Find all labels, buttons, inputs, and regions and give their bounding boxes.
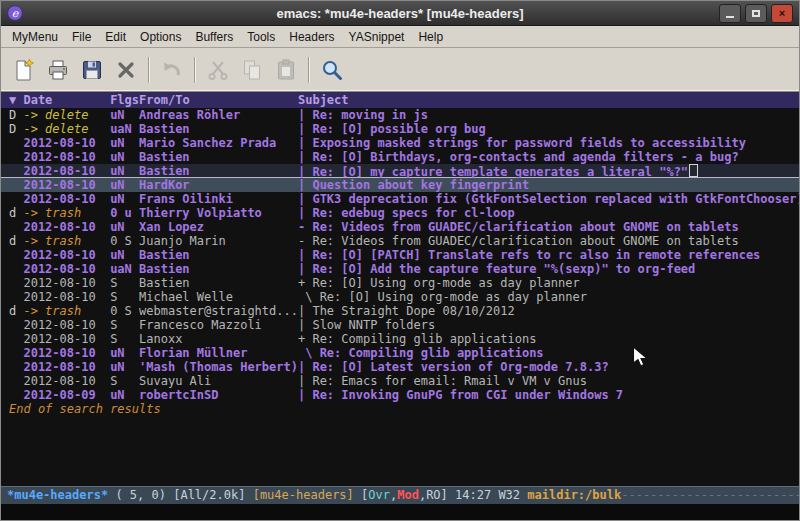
row-from: Mario Sanchez Prada [139, 136, 298, 150]
mark-char: D [9, 108, 23, 122]
header-row[interactable]: 2012-08-10 uN Xan Lopez - Re: Videos fro… [1, 220, 799, 234]
header-row[interactable]: 2012-08-10 S Francesco Mazzoli | Slow NN… [1, 318, 799, 332]
modeline-segment-plain: 14:27 [455, 488, 498, 502]
row-flags: S [110, 374, 139, 388]
menu-item-edit[interactable]: Edit [98, 27, 133, 47]
text-cursor [689, 164, 698, 177]
close-buffer-button[interactable] [109, 54, 143, 86]
mark-char [9, 192, 23, 206]
modeline-segment-plain: ( 5, 0) [108, 488, 173, 502]
row-date: 2012-08-10 [23, 164, 110, 178]
echo-area[interactable] [1, 504, 799, 520]
row-flags: uaN [110, 262, 139, 276]
window-title: emacs: *mu4e-headers* [mu4e-headers] [1, 6, 799, 21]
header-row[interactable]: D -> delete uaN Bastien | Re: [O] possib… [1, 122, 799, 136]
maximize-icon [752, 10, 760, 17]
row-from: Bastien [139, 150, 298, 164]
mark-char [9, 290, 23, 304]
row-date: -> delete [23, 122, 110, 136]
row-date: 2012-08-10 [23, 318, 110, 332]
row-date: 2012-08-10 [23, 192, 110, 206]
minimize-icon [726, 16, 734, 18]
menu-item-file[interactable]: File [65, 27, 98, 47]
header-row[interactable]: 2012-08-10 uN Florian Müllner \ Re: Comp… [1, 346, 799, 360]
maximize-button[interactable] [745, 4, 767, 23]
header-row[interactable]: d -> trash 0 S Juanjo Marin - Re: Videos… [1, 234, 799, 248]
toolbar-separator [194, 57, 196, 83]
modeline-segment-ovr: Ovr [368, 488, 390, 502]
column-header-from[interactable]: From/To [139, 92, 298, 108]
header-row[interactable]: 2012-08-10 uN Bastien | Re: [O] my captu… [1, 164, 799, 178]
header-row[interactable]: 2012-08-10 S Lanoxx + Re: Compiling glib… [1, 332, 799, 346]
minimize-button[interactable] [719, 4, 741, 23]
menu-item-headers[interactable]: Headers [282, 27, 341, 47]
copy-button[interactable] [235, 54, 269, 86]
header-row[interactable]: 2012-08-10 S Michael Welle \ Re: [O] Usi… [1, 290, 799, 304]
row-subject: - Re: Videos from GUADEC/clarification a… [298, 234, 739, 248]
row-flags: uN [110, 388, 139, 402]
row-subject: | Re: Emacs for email: Rmail v VM v Gnus [298, 374, 587, 388]
row-subject: | Exposing masked strings for password f… [298, 136, 746, 150]
header-row[interactable]: 2012-08-10 uN Mario Sanchez Prada | Expo… [1, 136, 799, 150]
column-header-date[interactable]: ▼ Date [9, 92, 110, 108]
row-from: Florian Müllner [139, 346, 298, 360]
row-from: Andreas Röhler [139, 108, 298, 122]
menu-item-options[interactable]: Options [133, 27, 188, 47]
modeline-segment-plain: W32 [498, 488, 527, 502]
row-date: 2012-08-10 [23, 248, 110, 262]
header-row[interactable]: 2012-08-09 uN robertcInSD | Re: Invoking… [1, 388, 799, 402]
row-subject: | Re: [O] Latest version of Org-mode 7.8… [298, 360, 609, 374]
row-flags: S [110, 290, 139, 304]
modeline-segment-plain: [All/2.0k] [173, 488, 252, 502]
menu-item-buffers[interactable]: Buffers [188, 27, 240, 47]
row-date: 2012-08-10 [23, 150, 110, 164]
new-file-button[interactable] [7, 54, 41, 86]
row-from: Bastien [139, 276, 298, 290]
header-row[interactable]: 2012-08-10 S Suvayu Ali | Re: Emacs for … [1, 374, 799, 388]
header-row[interactable]: d -> trash 0 u Thierry Volpiatto | Re: e… [1, 206, 799, 220]
new-file-icon [12, 58, 36, 82]
paste-button[interactable] [269, 54, 303, 86]
cut-button[interactable] [201, 54, 235, 86]
row-subject: | Re: [O] my capture template generates … [298, 164, 698, 178]
row-from: Bastien [139, 122, 298, 136]
header-row[interactable]: 2012-08-10 uN Bastien | Re: [O] Birthday… [1, 150, 799, 164]
menu-item-yasnippet[interactable]: YASnippet [342, 27, 412, 47]
mark-char [9, 318, 23, 332]
row-date: -> delete [23, 108, 110, 122]
end-of-results-text: End of search results [1, 402, 799, 416]
titlebar: e emacs: *mu4e-headers* [mu4e-headers] × [1, 1, 799, 26]
row-subject: | Re: edebug specs for cl-loop [298, 206, 515, 220]
header-row[interactable]: d -> trash 0 S webmaster@straightd... | … [1, 304, 799, 318]
menu-item-tools[interactable]: Tools [240, 27, 282, 47]
modeline-segment-dashes: ----------------------------------------… [621, 488, 799, 502]
menu-item-help[interactable]: Help [411, 27, 450, 47]
header-row[interactable]: 2012-08-10 uN 'Mash (Thomas Herbert) | R… [1, 360, 799, 374]
modeline-segment-mod: Mod [397, 488, 419, 502]
close-icon: × [779, 8, 785, 19]
modeline-segment-plain: ] [441, 488, 455, 502]
row-flags: uN [110, 178, 139, 192]
row-subject: | Slow NNTP folders [298, 318, 435, 332]
search-button[interactable] [315, 54, 349, 86]
row-from: Bastien [139, 164, 298, 178]
header-row[interactable]: D -> delete uN Andreas Röhler | Re: movi… [1, 108, 799, 122]
undo-button[interactable] [155, 54, 189, 86]
header-row[interactable]: 2012-08-10 uaN Bastien | Re: [O] Add the… [1, 262, 799, 276]
menu-item-mymenu[interactable]: MyMenu [5, 27, 65, 47]
row-subject: \ Re: [O] Using org-mode as day planner [298, 290, 587, 304]
save-button[interactable] [75, 54, 109, 86]
header-row[interactable]: 2012-08-10 uN Frans Oilinki | GTK3 depre… [1, 192, 799, 206]
print-button[interactable] [41, 54, 75, 86]
toolbar [1, 48, 799, 92]
column-header-subject[interactable]: Subject [298, 92, 799, 108]
toolbar-separator [148, 57, 150, 83]
column-header-flags[interactable]: Flgs [110, 92, 139, 108]
header-row[interactable]: 2012-08-10 S Bastien + Re: [O] Using org… [1, 276, 799, 290]
header-row[interactable]: 2012-08-10 uN Bastien | Re: [O] [PATCH] … [1, 248, 799, 262]
close-button[interactable]: × [771, 4, 793, 23]
header-row[interactable]: 2012-08-10 uN HardKor | Question about k… [1, 178, 799, 192]
row-flags: uN [110, 136, 139, 150]
mark-char [9, 178, 23, 192]
row-date: 2012-08-10 [23, 374, 110, 388]
